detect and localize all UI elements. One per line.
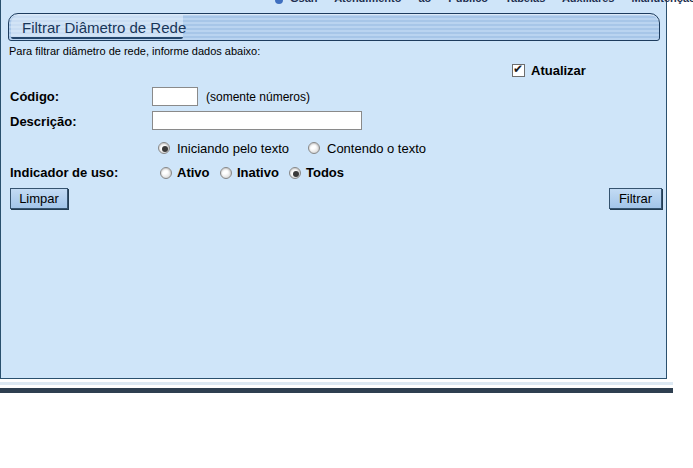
bottom-dark-bar	[0, 388, 673, 393]
bottom-gap-strip	[0, 380, 673, 388]
panel-subtitle: Para filtrar diâmetro de rede, informe d…	[9, 45, 260, 57]
descricao-label: Descrição:	[10, 114, 76, 129]
panel-title-bar: Filtrar Diâmetro de Rede	[8, 13, 660, 41]
limpar-button[interactable]: Limpar	[10, 188, 68, 209]
radio-inativo[interactable]	[220, 167, 232, 179]
radio-iniciando-pelo-texto[interactable]	[158, 142, 170, 154]
clipped-top-menu-text: Gsan Atendimento ao Público Tabelas Auxi…	[290, 0, 693, 4]
radio-inativo-label: Inativo	[237, 165, 279, 180]
atualizar-checkbox[interactable]	[512, 64, 525, 77]
radio-contendo-o-texto-label: Contendo o texto	[327, 141, 426, 156]
indicador-de-uso-label: Indicador de uso:	[10, 165, 118, 180]
filtrar-button[interactable]: Filtrar	[609, 188, 662, 209]
clipped-top-menu[interactable]: Gsan Atendimento ao Público Tabelas Auxi…	[244, 0, 693, 7]
codigo-hint: (somente números)	[206, 90, 310, 104]
page-title: Filtrar Diâmetro de Rede	[22, 19, 186, 36]
page: Gsan Atendimento ao Público Tabelas Auxi…	[0, 0, 693, 468]
menu-bullet-icon	[275, 0, 283, 4]
radio-contendo-o-texto[interactable]	[308, 142, 320, 154]
radio-ativo[interactable]	[160, 167, 172, 179]
atualizar-label: Atualizar	[531, 63, 586, 78]
radio-todos-label: Todos	[306, 165, 344, 180]
radio-todos[interactable]	[289, 167, 301, 179]
codigo-label: Código:	[10, 89, 59, 104]
radio-ativo-label: Ativo	[177, 165, 210, 180]
codigo-input[interactable]	[152, 87, 198, 106]
radio-iniciando-pelo-texto-label: Iniciando pelo texto	[177, 141, 289, 156]
descricao-input[interactable]	[152, 111, 362, 130]
